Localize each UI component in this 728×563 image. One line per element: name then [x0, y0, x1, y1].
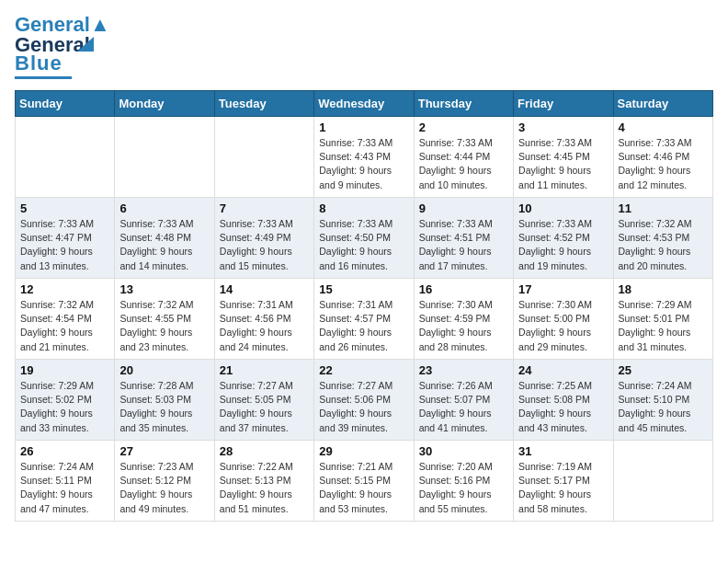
day-info: Sunrise: 7:19 AM Sunset: 5:17 PM Dayligh… [518, 460, 608, 516]
day-number: 31 [518, 444, 608, 458]
day-info: Sunrise: 7:23 AM Sunset: 5:12 PM Dayligh… [119, 460, 209, 516]
day-number: 14 [220, 282, 309, 296]
weekday-header-wednesday: Wednesday [314, 91, 414, 117]
calendar-cell: 25Sunrise: 7:24 AM Sunset: 5:10 PM Dayli… [613, 360, 712, 441]
calendar-cell: 13Sunrise: 7:32 AM Sunset: 4:55 PM Dayli… [115, 279, 214, 360]
calendar-table: SundayMondayTuesdayWednesdayThursdayFrid… [15, 90, 713, 522]
day-number: 2 [419, 121, 508, 134]
calendar-week-row: 26Sunrise: 7:24 AM Sunset: 5:11 PM Dayli… [16, 441, 713, 522]
day-number: 30 [419, 444, 508, 458]
day-number: 24 [518, 363, 608, 377]
calendar-cell: 26Sunrise: 7:24 AM Sunset: 5:11 PM Dayli… [16, 441, 115, 522]
day-number: 5 [20, 201, 109, 215]
day-number: 21 [220, 363, 309, 377]
day-info: Sunrise: 7:30 AM Sunset: 5:00 PM Dayligh… [518, 298, 608, 354]
calendar-cell: 31Sunrise: 7:19 AM Sunset: 5:17 PM Dayli… [514, 441, 613, 522]
calendar-cell: 19Sunrise: 7:29 AM Sunset: 5:02 PM Dayli… [16, 360, 115, 441]
calendar-cell: 28Sunrise: 7:22 AM Sunset: 5:13 PM Dayli… [214, 441, 313, 522]
calendar-cell: 3Sunrise: 7:33 AM Sunset: 4:45 PM Daylig… [514, 117, 613, 198]
day-info: Sunrise: 7:32 AM Sunset: 4:54 PM Dayligh… [20, 298, 109, 354]
day-number: 25 [619, 363, 708, 377]
day-info: Sunrise: 7:29 AM Sunset: 5:01 PM Dayligh… [619, 298, 708, 354]
day-info: Sunrise: 7:32 AM Sunset: 4:55 PM Dayligh… [119, 298, 209, 354]
day-number: 11 [619, 201, 708, 215]
calendar-cell: 1Sunrise: 7:33 AM Sunset: 4:43 PM Daylig… [314, 117, 414, 198]
day-info: Sunrise: 7:33 AM Sunset: 4:49 PM Dayligh… [220, 217, 309, 273]
weekday-header-friday: Friday [514, 91, 613, 117]
day-number: 4 [619, 121, 708, 134]
day-number: 15 [319, 282, 408, 296]
day-number: 13 [119, 282, 209, 296]
day-info: Sunrise: 7:30 AM Sunset: 4:59 PM Dayligh… [419, 298, 508, 354]
calendar-cell [214, 117, 313, 198]
day-info: Sunrise: 7:22 AM Sunset: 5:13 PM Dayligh… [220, 460, 309, 516]
calendar-cell: 8Sunrise: 7:33 AM Sunset: 4:50 PM Daylig… [314, 198, 414, 279]
weekday-header-saturday: Saturday [613, 91, 712, 117]
day-info: Sunrise: 7:25 AM Sunset: 5:08 PM Dayligh… [518, 379, 608, 435]
day-info: Sunrise: 7:21 AM Sunset: 5:15 PM Dayligh… [319, 460, 408, 516]
day-info: Sunrise: 7:31 AM Sunset: 4:57 PM Dayligh… [319, 298, 408, 354]
logo: General▲ General Blue [15, 15, 110, 79]
day-number: 6 [119, 201, 209, 215]
weekday-header-thursday: Thursday [414, 91, 513, 117]
day-info: Sunrise: 7:27 AM Sunset: 5:06 PM Dayligh… [319, 379, 408, 435]
day-number: 23 [419, 363, 508, 377]
weekday-header-monday: Monday [115, 91, 214, 117]
calendar-cell: 9Sunrise: 7:33 AM Sunset: 4:51 PM Daylig… [414, 198, 513, 279]
day-number: 28 [220, 444, 309, 458]
svg-marker-0 [77, 37, 94, 52]
day-number: 7 [220, 201, 309, 215]
logo-triangle-icon [77, 37, 94, 52]
calendar-cell: 20Sunrise: 7:28 AM Sunset: 5:03 PM Dayli… [115, 360, 214, 441]
calendar-cell: 24Sunrise: 7:25 AM Sunset: 5:08 PM Dayli… [514, 360, 613, 441]
calendar-cell: 29Sunrise: 7:21 AM Sunset: 5:15 PM Dayli… [314, 441, 414, 522]
calendar-cell: 30Sunrise: 7:20 AM Sunset: 5:16 PM Dayli… [414, 441, 513, 522]
day-info: Sunrise: 7:33 AM Sunset: 4:44 PM Dayligh… [419, 136, 508, 192]
day-number: 10 [518, 201, 608, 215]
day-number: 16 [419, 282, 508, 296]
calendar-cell: 10Sunrise: 7:33 AM Sunset: 4:52 PM Dayli… [514, 198, 613, 279]
day-info: Sunrise: 7:33 AM Sunset: 4:48 PM Dayligh… [119, 217, 209, 273]
calendar-cell: 18Sunrise: 7:29 AM Sunset: 5:01 PM Dayli… [613, 279, 712, 360]
day-info: Sunrise: 7:33 AM Sunset: 4:51 PM Dayligh… [419, 217, 508, 273]
day-info: Sunrise: 7:33 AM Sunset: 4:43 PM Dayligh… [319, 136, 408, 192]
calendar-cell: 11Sunrise: 7:32 AM Sunset: 4:53 PM Dayli… [613, 198, 712, 279]
day-info: Sunrise: 7:33 AM Sunset: 4:45 PM Dayligh… [518, 136, 608, 192]
calendar-cell: 22Sunrise: 7:27 AM Sunset: 5:06 PM Dayli… [314, 360, 414, 441]
calendar-cell: 4Sunrise: 7:33 AM Sunset: 4:46 PM Daylig… [613, 117, 712, 198]
calendar-cell: 15Sunrise: 7:31 AM Sunset: 4:57 PM Dayli… [314, 279, 414, 360]
logo-underline [15, 76, 72, 79]
day-number: 20 [119, 363, 209, 377]
calendar-cell: 12Sunrise: 7:32 AM Sunset: 4:54 PM Dayli… [16, 279, 115, 360]
calendar-cell: 16Sunrise: 7:30 AM Sunset: 4:59 PM Dayli… [414, 279, 513, 360]
calendar-cell: 7Sunrise: 7:33 AM Sunset: 4:49 PM Daylig… [214, 198, 313, 279]
calendar-week-row: 5Sunrise: 7:33 AM Sunset: 4:47 PM Daylig… [16, 198, 713, 279]
day-number: 29 [319, 444, 408, 458]
calendar-cell: 2Sunrise: 7:33 AM Sunset: 4:44 PM Daylig… [414, 117, 513, 198]
calendar-cell: 21Sunrise: 7:27 AM Sunset: 5:05 PM Dayli… [214, 360, 313, 441]
calendar-cell: 6Sunrise: 7:33 AM Sunset: 4:48 PM Daylig… [115, 198, 214, 279]
day-info: Sunrise: 7:32 AM Sunset: 4:53 PM Dayligh… [619, 217, 708, 273]
calendar-cell [613, 441, 712, 522]
weekday-header-sunday: Sunday [16, 91, 115, 117]
logo-blue: ▲ [90, 13, 110, 36]
calendar-cell: 14Sunrise: 7:31 AM Sunset: 4:56 PM Dayli… [214, 279, 313, 360]
calendar-week-row: 19Sunrise: 7:29 AM Sunset: 5:02 PM Dayli… [16, 360, 713, 441]
day-number: 1 [319, 121, 408, 134]
day-info: Sunrise: 7:28 AM Sunset: 5:03 PM Dayligh… [119, 379, 209, 435]
calendar-cell: 17Sunrise: 7:30 AM Sunset: 5:00 PM Dayli… [514, 279, 613, 360]
calendar-cell: 5Sunrise: 7:33 AM Sunset: 4:47 PM Daylig… [16, 198, 115, 279]
day-info: Sunrise: 7:26 AM Sunset: 5:07 PM Dayligh… [419, 379, 508, 435]
day-info: Sunrise: 7:33 AM Sunset: 4:47 PM Dayligh… [20, 217, 109, 273]
day-number: 3 [518, 121, 608, 134]
calendar-cell [115, 117, 214, 198]
calendar-week-row: 12Sunrise: 7:32 AM Sunset: 4:54 PM Dayli… [16, 279, 713, 360]
weekday-header-tuesday: Tuesday [214, 91, 313, 117]
day-info: Sunrise: 7:24 AM Sunset: 5:10 PM Dayligh… [619, 379, 708, 435]
day-info: Sunrise: 7:33 AM Sunset: 4:46 PM Dayligh… [619, 136, 708, 192]
day-info: Sunrise: 7:20 AM Sunset: 5:16 PM Dayligh… [419, 460, 508, 516]
day-info: Sunrise: 7:27 AM Sunset: 5:05 PM Dayligh… [220, 379, 309, 435]
day-number: 19 [20, 363, 109, 377]
day-number: 27 [119, 444, 209, 458]
calendar-cell: 27Sunrise: 7:23 AM Sunset: 5:12 PM Dayli… [115, 441, 214, 522]
